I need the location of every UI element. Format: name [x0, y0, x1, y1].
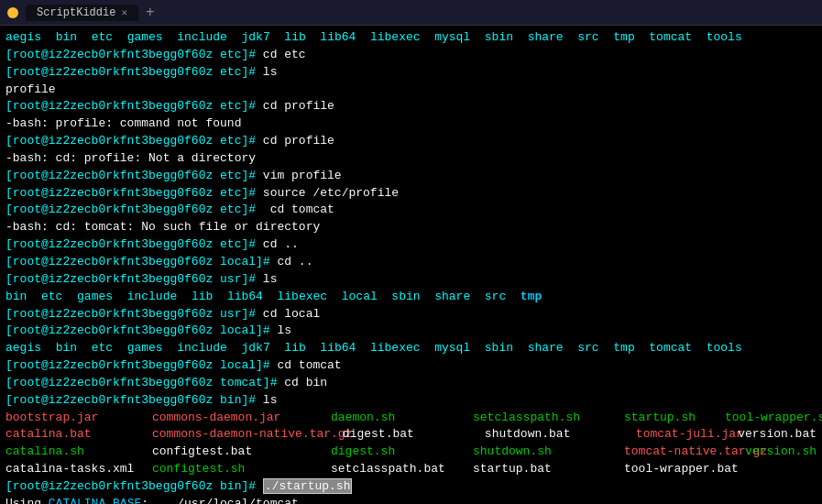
list-item: bootstrap.jar commons-daemon.jar daemon.… [5, 410, 817, 427]
list-item: -bash: cd: profile: Not a directory [5, 150, 817, 168]
list-item: aegis bin etc games include jdk7 lib lib… [5, 29, 817, 47]
startup-command-line: [root@iz2zecb0rkfnt3begg0f60z bin]# ./st… [5, 478, 817, 496]
selected-command: ./startup.sh [263, 478, 353, 494]
list-item: [root@iz2zecb0rkfnt3begg0f60z etc]# cd .… [5, 236, 817, 254]
window-dot [7, 7, 18, 18]
list-item: catalina.bat commons-daemon-native.tar.g… [5, 426, 817, 444]
list-item: [root@iz2zecb0rkfnt3begg0f60z etc]# cd p… [5, 98, 817, 115]
list-item: [root@iz2zecb0rkfnt3begg0f60z usr]# ls [5, 271, 817, 289]
list-item: [root@iz2zecb0rkfnt3begg0f60z local]# cd… [5, 254, 817, 271]
list-item: catalina-tasks.xml configtest.sh setclas… [5, 461, 817, 478]
list-item: [root@iz2zecb0rkfnt3begg0f60z etc]# ls [5, 64, 817, 82]
new-tab-button[interactable]: + [146, 5, 155, 21]
list-item: -bash: profile: command not found [5, 115, 817, 133]
list-item: [root@iz2zecb0rkfnt3begg0f60z bin]# ls [5, 392, 817, 410]
list-item: [root@iz2zecb0rkfnt3begg0f60z local]# cd… [5, 357, 817, 375]
list-item: [root@iz2zecb0rkfnt3begg0f60z local]# ls [5, 323, 817, 340]
list-item: profile [5, 82, 817, 99]
list-item: -bash: cd: tomcat: No such file or direc… [5, 219, 817, 236]
list-item: Using CATALINA_BASE: /usr/local/tomcat [5, 496, 817, 504]
list-item: [root@iz2zecb0rkfnt3begg0f60z etc]# sour… [5, 185, 817, 203]
tab-label: ScriptKiddie [37, 6, 115, 19]
titlebar: ScriptKiddie ✕ + [0, 0, 822, 26]
list-item: catalina.sh configtest.bat digest.sh shu… [5, 444, 817, 461]
terminal-tab[interactable]: ScriptKiddie ✕ [26, 5, 138, 21]
list-item: [root@iz2zecb0rkfnt3begg0f60z etc]# cd p… [5, 133, 817, 150]
terminal-output: aegis bin etc games include jdk7 lib lib… [0, 26, 822, 504]
list-item: bin etc games include lib lib64 libexec … [5, 289, 817, 306]
tab-close-icon[interactable]: ✕ [121, 6, 127, 18]
list-item: [root@iz2zecb0rkfnt3begg0f60z usr]# cd l… [5, 306, 817, 323]
list-item: [root@iz2zecb0rkfnt3begg0f60z etc]# vim … [5, 168, 817, 185]
list-item: [root@iz2zecb0rkfnt3begg0f60z etc]# cd t… [5, 202, 817, 219]
list-item: aegis bin etc games include jdk7 lib lib… [5, 340, 817, 357]
list-item: [root@iz2zecb0rkfnt3begg0f60z etc]# cd e… [5, 47, 817, 64]
list-item: [root@iz2zecb0rkfnt3begg0f60z tomcat]# c… [5, 375, 817, 392]
